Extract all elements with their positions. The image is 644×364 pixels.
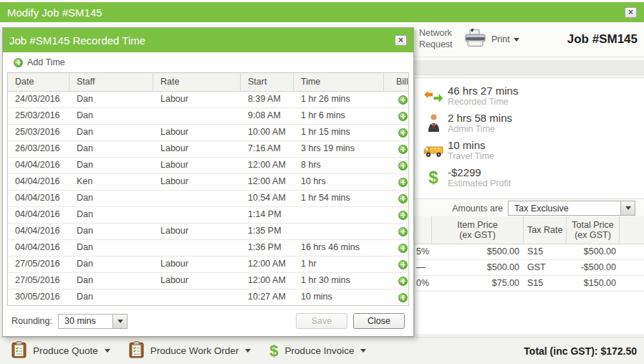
rate-cell [153,240,241,256]
recorded-time-dialog: Job #SM145 Recorded Time × Add Time Date… [2,27,414,337]
item-price-cell: $75.00 [432,276,524,291]
time-table: DateStaffRateStartTimeBilled 24/03/2016D… [7,72,409,306]
billed-cell [384,207,409,223]
billed-cell [384,141,409,157]
bill-time-button[interactable] [398,145,408,154]
job-stats-card: 46 hrs 27 minsRecorded Time2 hrs 58 mins… [414,77,644,199]
dollar-icon: $ [269,343,278,360]
modal-close-icon[interactable]: × [625,7,637,18]
price-row: —$500.00GST-$500.00 [415,260,644,276]
bill-time-button[interactable] [398,161,408,171]
billed-cell [384,108,409,124]
produce-quote-button[interactable]: Produce Quote [11,341,110,360]
staff-cell: Dan [69,289,153,305]
stat-value: 46 hrs 27 mins [448,85,518,97]
bill-time-button[interactable] [398,293,408,302]
rate-cell [153,191,241,206]
date-cell: 27/05/2016 [8,273,69,289]
save-button[interactable]: Save [296,313,347,329]
date-cell: 25/03/2016 [8,108,69,124]
date-cell: 30/05/2016 [8,289,69,305]
person-icon [419,114,448,133]
job-toolbar: Network Request Print Job #SM145 [414,22,644,57]
produce-invoice-label: Produce Invoice [285,345,355,356]
modify-job-modal: Modify Job #SM145 × Network Request Prin… [0,0,644,364]
staff-cell: Dan [69,158,153,173]
bill-time-button[interactable] [398,244,408,253]
stat-item: $-$2299Estimated Profit [419,164,644,191]
staff-cell: Dan [69,273,153,289]
tax-mode-select[interactable]: Tax Exclusive [508,201,635,216]
dialog-close-icon[interactable]: × [395,35,407,46]
stat-value: 2 hrs 58 mins [448,112,512,124]
rounding-select[interactable]: 30 mins [58,314,128,329]
network-request-button[interactable]: Network Request [419,28,459,50]
item-price-cell: $500.00 [432,244,524,259]
rate-cell [153,108,241,124]
tax-rate-cell: S15 [524,276,567,291]
bill-time-button[interactable] [398,194,408,203]
time-cell: 1 hr 30 mins [294,273,384,289]
date-cell: 27/05/2016 [8,257,69,272]
start-cell: 1:14 PM [241,207,294,223]
print-dropdown[interactable]: Print [463,29,519,51]
time-row: 04/04/2016Dan1:14 PM [8,207,409,224]
billed-cell [384,158,409,173]
total-price-cell: $500.00 [567,244,620,259]
toolbar-sliver [0,22,414,27]
plus-icon [14,58,23,67]
date-cell: 04/04/2016 [8,240,69,256]
time-cell: 10 hrs [294,174,384,190]
rate-cell: Labour [153,224,241,239]
produce-work-order-button[interactable]: Produce Work Order [129,341,251,360]
time-cell: 16 hrs 46 mins [294,240,384,256]
bill-time-button[interactable] [398,95,408,105]
clipboard-icon [129,341,144,360]
billed-cell [384,224,409,239]
rounding-value: 30 mins [59,316,112,326]
stat-item: 10 minsTravel Time [419,137,644,164]
price-table: Item Price (ex GST) Tax Rate Total Price… [414,216,644,335]
bill-time-button[interactable] [398,260,408,269]
staff-cell: Dan [69,224,153,239]
bill-time-button[interactable] [398,112,408,121]
price-row: 0%$75.00S15$150.00 [415,276,644,292]
stat-item: 2 hrs 58 minsAdmin Time [419,110,644,137]
close-button[interactable]: Close [353,313,405,329]
billed-cell [384,174,409,190]
billed-cell [384,125,409,140]
column-header-start: Start [241,73,294,91]
bill-time-button[interactable] [398,178,408,187]
time-cell: 8 hrs [294,158,384,173]
actions-cell [620,244,644,259]
recorded-time-title: Job #SM145 Recorded Time [9,34,145,47]
time-table-header: DateStaffRateStartTimeBilled [8,73,409,92]
time-cell: 1 hr 6 mins [294,108,384,124]
job-footer-bar: Produce Quote Produce Work Order $ [0,337,644,364]
chevron-down-icon [514,38,519,42]
stat-value: 10 mins [448,139,494,151]
price-table-header: Item Price (ex GST) Tax Rate Total Price… [415,216,644,244]
bill-time-button[interactable] [398,227,408,236]
billed-cell [384,240,409,256]
rate-cell [153,207,241,223]
bill-time-button[interactable] [398,211,408,220]
chevron-down-icon [112,315,127,328]
time-row: 24/03/2016DanLabour8:39 AM1 hr 26 mins [8,92,409,108]
produce-invoice-button[interactable]: $ Produce Invoice [269,343,366,360]
stat-label: Recorded Time [448,97,518,107]
time-row: 04/04/2016DanLabour1:35 PM [8,224,409,240]
bill-time-button[interactable] [398,277,408,286]
modify-job-title: Modify Job #SM145 [7,6,102,19]
start-cell: 12:00 AM [241,158,294,173]
price-col-tax-rate: Tax Rate [524,216,567,244]
chevron-down-icon [105,349,110,353]
add-time-button[interactable]: Add Time [3,52,413,72]
total-inc-gst: Total (inc GST): $172.50 [524,345,637,357]
tax-rate-cell: S15 [524,244,567,259]
column-header-date: Date [8,73,69,91]
staff-cell: Dan [69,240,153,256]
date-cell: 04/04/2016 [8,224,69,239]
bill-time-button[interactable] [398,128,408,138]
staff-cell: Dan [69,92,153,107]
